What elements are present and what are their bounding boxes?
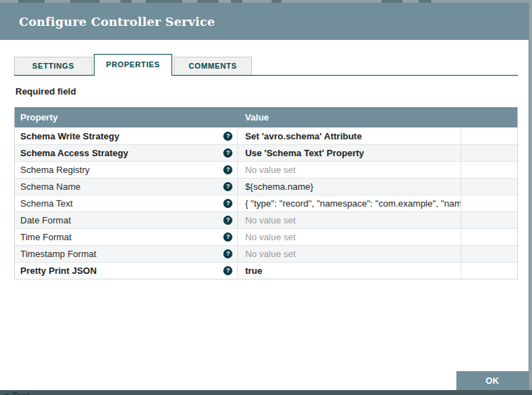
question-circle-icon[interactable]: ? [223,233,232,242]
row-extra-cell [461,195,517,212]
property-value[interactable]: { "type": "record", "namespace": "com.ex… [238,195,461,212]
question-circle-icon[interactable]: ? [223,165,232,174]
required-field-label: Required field [15,86,528,97]
question-circle-icon[interactable]: ? [223,199,232,208]
table-row[interactable]: Time Format ? No value set [15,228,517,245]
table-row[interactable]: Schema Access Strategy ? Use 'Schema Tex… [15,144,517,161]
tab[interactable]: SETTINGS [14,57,92,75]
property-cell: Time Format ? [15,229,238,245]
ok-button[interactable]: OK [456,371,528,390]
property-cell: Date Format ? [15,212,238,228]
property-value[interactable]: No value set [238,246,461,262]
tab-bar: SETTINGS PROPERTIES COMMENTS [14,54,518,76]
row-extra-cell [461,145,517,161]
property-name: Schema Registry [20,165,90,175]
property-value[interactable]: No value set [238,212,461,228]
background-clipped-text: n Test [4,391,29,395]
property-cell: Schema Access Strategy ? [15,145,238,161]
row-extra-cell [461,179,517,195]
property-name: Schema Write Strategy [20,131,119,141]
row-extra-cell [461,212,517,228]
table-row[interactable]: Schema Name ? ${schema.name} [15,178,517,195]
property-cell: Schema Text ? [15,195,238,212]
property-cell: Pretty Print JSON ? [15,263,238,279]
property-name: Schema Access Strategy [20,148,128,158]
table-row[interactable]: Schema Registry ? No value set [15,161,517,178]
tab[interactable]: COMMENTS [174,57,252,75]
property-name: Timestamp Format [20,249,97,259]
property-value[interactable]: Use 'Schema Text' Property [238,145,461,161]
property-name: Time Format [20,232,71,242]
property-name: Schema Name [20,181,80,192]
property-cell: Schema Registry ? [15,162,238,178]
row-extra-cell [461,263,517,279]
property-value[interactable]: No value set [238,162,461,178]
question-circle-icon[interactable]: ? [223,132,232,141]
property-name: Pretty Print JSON [20,265,97,276]
table-row[interactable]: Date Format ? No value set [15,212,517,228]
table-row[interactable]: Schema Write Strategy ? Set 'avro.schema… [15,127,517,144]
property-name: Date Format [20,215,71,226]
configure-controller-service-dialog: Configure Controller Service SETTINGS PR… [0,3,529,390]
property-name: Schema Text [20,198,73,209]
tab[interactable]: PROPERTIES [94,54,172,76]
property-value[interactable]: ${schema.name} [238,179,461,195]
property-cell: Schema Name ? [15,179,238,195]
table-row[interactable]: Pretty Print JSON ? true [15,262,517,279]
row-extra-cell [461,246,517,262]
table-body: Schema Write Strategy ? Set 'avro.schema… [15,127,517,279]
table-header-row: Property Value [15,107,517,127]
question-circle-icon[interactable]: ? [223,148,232,158]
question-circle-icon[interactable]: ? [223,266,232,275]
background-footer-strip: n Test [0,390,532,395]
row-extra-cell [461,127,517,144]
dialog-header: Configure Controller Service [0,3,528,40]
tab-label: PROPERTIES [106,60,160,69]
property-value[interactable]: Set 'avro.schema' Attribute [238,127,461,144]
column-header-property: Property [15,112,238,123]
row-extra-cell [461,229,517,245]
tab-label: SETTINGS [32,62,74,70]
table-row[interactable]: Timestamp Format ? No value set [15,245,517,262]
column-header-value: Value [238,112,461,123]
row-extra-cell [461,162,517,178]
question-circle-icon[interactable]: ? [223,249,232,258]
properties-table: Property Value Schema Write Strategy ? S… [14,107,518,279]
property-cell: Timestamp Format ? [15,246,238,262]
property-value[interactable]: true [238,263,461,279]
property-value[interactable]: No value set [238,229,461,245]
tab-label: COMMENTS [189,62,237,70]
question-circle-icon[interactable]: ? [223,216,232,225]
table-row[interactable]: Schema Text ? { "type": "record", "names… [15,195,517,212]
property-cell: Schema Write Strategy ? [15,127,238,144]
dialog-title: Configure Controller Service [0,15,215,29]
question-circle-icon[interactable]: ? [223,182,232,191]
